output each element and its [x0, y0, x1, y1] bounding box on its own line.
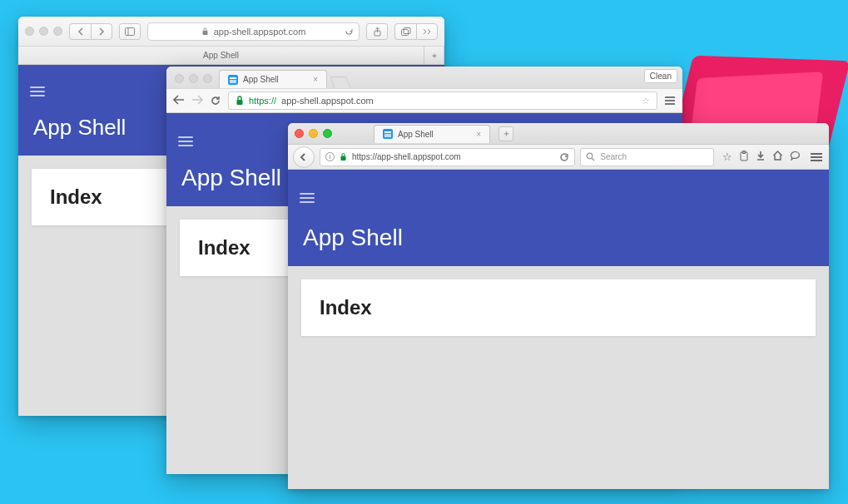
- tab-app-shell[interactable]: App Shell ×: [374, 125, 490, 143]
- menu-button[interactable]: [809, 151, 824, 163]
- show-tabs-button[interactable]: [394, 23, 416, 40]
- url-protocol: https://: [249, 96, 276, 106]
- url-text: app-shell.appspot.com: [214, 27, 306, 37]
- page-body: Index: [288, 266, 829, 489]
- close-tab-button[interactable]: ×: [313, 75, 318, 84]
- minimize-light[interactable]: [39, 27, 48, 36]
- safari-toolbar: app-shell.appspot.com: [18, 17, 444, 47]
- svg-rect-16: [341, 156, 346, 161]
- back-button[interactable]: [173, 95, 185, 106]
- app-menu-button[interactable]: [178, 136, 193, 146]
- address-bar[interactable]: i https://app-shell.appspot.com: [320, 148, 575, 166]
- zoom-light[interactable]: [53, 27, 62, 36]
- zoom-light[interactable]: [323, 129, 332, 138]
- minimize-light[interactable]: [309, 129, 318, 138]
- svg-rect-7: [230, 77, 236, 79]
- address-bar[interactable]: https://app-shell.appspot.com ☆: [228, 91, 657, 110]
- nav-buttons: [173, 95, 221, 106]
- tab-title: App Shell: [398, 130, 434, 139]
- arrow-left-icon: [173, 95, 185, 105]
- info-icon: i: [325, 152, 335, 161]
- page-header: App Shell: [288, 170, 829, 266]
- window-controls[interactable]: [175, 74, 212, 83]
- favicon-icon: [228, 75, 238, 85]
- svg-rect-9: [237, 100, 243, 105]
- favicon-icon: [383, 129, 393, 139]
- firefox-toolbar: i https://app-shell.appspot.com Search ☆: [288, 145, 829, 170]
- download-icon: [756, 151, 766, 161]
- menu-button[interactable]: [30, 86, 45, 96]
- bookmark-button[interactable]: ☆: [722, 151, 732, 163]
- new-tab-button[interactable]: [330, 77, 350, 88]
- index-card: Index: [301, 279, 816, 336]
- close-tab-button[interactable]: ×: [476, 130, 481, 139]
- sidebar-button[interactable]: [119, 23, 141, 40]
- reload-button[interactable]: [345, 27, 354, 36]
- close-light[interactable]: [25, 27, 34, 36]
- app-menu-button[interactable]: [300, 193, 315, 203]
- search-placeholder: Search: [600, 152, 627, 161]
- back-button[interactable]: [69, 23, 91, 40]
- share-icon: [373, 27, 382, 37]
- reload-icon: [345, 27, 354, 36]
- reload-icon: [559, 152, 569, 162]
- downloads-button[interactable]: [756, 151, 766, 163]
- arrow-left-icon: [299, 152, 309, 162]
- clipboard-icon: [739, 151, 749, 161]
- back-button[interactable]: [293, 146, 315, 168]
- svg-point-17: [588, 153, 593, 159]
- sidebar-icon: [125, 27, 135, 36]
- window-controls[interactable]: [295, 129, 332, 138]
- new-tab-button[interactable]: ＋: [424, 47, 444, 64]
- url-text: app-shell.appspot.com: [281, 96, 374, 106]
- chevron-right-icon: [98, 27, 105, 36]
- hamburger-icon: [178, 136, 193, 138]
- chrome-tabstrip: App Shell × Clean: [166, 67, 682, 88]
- reload-button[interactable]: [559, 152, 569, 162]
- toolbar-icons: ☆: [719, 151, 804, 163]
- library-button[interactable]: [739, 151, 749, 163]
- arrow-right-icon: [191, 95, 203, 105]
- menu-button[interactable]: [664, 96, 676, 106]
- reload-button[interactable]: [210, 95, 221, 106]
- share-button[interactable]: [366, 23, 388, 40]
- svg-rect-4: [401, 29, 408, 35]
- hamburger-icon: [30, 86, 45, 88]
- url-text: https://app-shell.appspot.com: [352, 152, 461, 161]
- lock-icon: [340, 152, 347, 161]
- home-button[interactable]: [772, 151, 783, 163]
- bookmark-button[interactable]: ☆: [642, 96, 650, 106]
- svg-rect-15: [384, 134, 391, 137]
- tab-title: App Shell: [243, 75, 279, 84]
- tabs-buttons: [394, 23, 438, 40]
- address-bar[interactable]: app-shell.appspot.com: [147, 22, 360, 41]
- overflow-button[interactable]: [416, 23, 438, 40]
- minimize-light[interactable]: [189, 74, 198, 83]
- close-light[interactable]: [175, 74, 184, 83]
- nav-buttons: [69, 23, 112, 40]
- clean-button[interactable]: Clean: [644, 69, 677, 83]
- firefox-window: App Shell × ＋ i https://app-shell.appspo…: [288, 123, 829, 489]
- safari-tabbar: App Shell ＋: [18, 47, 444, 65]
- lock-icon: [201, 27, 209, 36]
- tab-title: App Shell: [203, 51, 239, 60]
- forward-button[interactable]: [91, 23, 112, 40]
- chat-button[interactable]: [790, 151, 801, 163]
- search-icon: [586, 152, 595, 161]
- zoom-light[interactable]: [203, 74, 212, 83]
- hamburger-icon: [664, 96, 676, 106]
- tab-app-shell[interactable]: App Shell ×: [219, 70, 327, 88]
- lock-icon: [236, 96, 244, 106]
- tab-app-shell[interactable]: App Shell: [18, 47, 424, 64]
- new-tab-button[interactable]: ＋: [498, 126, 513, 141]
- close-light[interactable]: [295, 129, 304, 138]
- card-heading: Index: [320, 296, 797, 319]
- forward-button[interactable]: [191, 95, 203, 106]
- svg-rect-0: [126, 27, 135, 35]
- tabs-icon: [401, 27, 411, 36]
- window-controls[interactable]: [25, 27, 62, 36]
- svg-rect-8: [230, 80, 236, 83]
- svg-rect-14: [384, 131, 391, 133]
- search-bar[interactable]: Search: [580, 148, 714, 166]
- chevron-left-icon: [77, 27, 84, 36]
